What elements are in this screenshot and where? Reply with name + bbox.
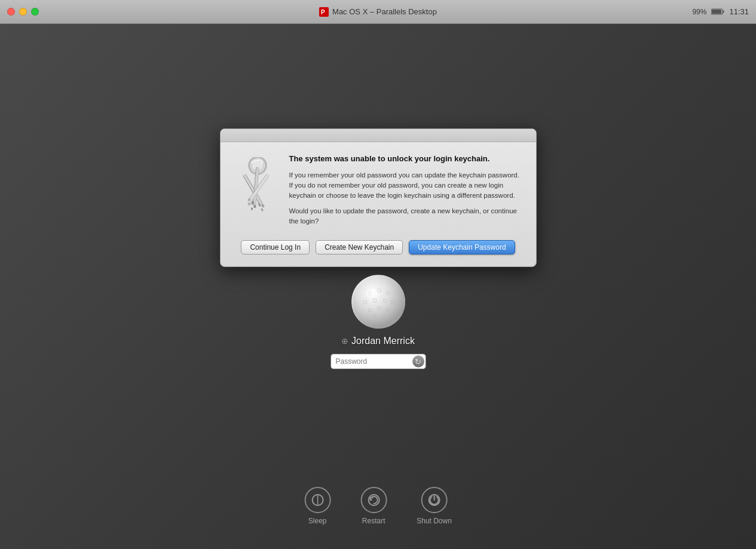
user-name-label: ⊕ Jordan Merrick [341, 336, 415, 346]
keychain-dialog: The system was unable to unlock your log… [220, 128, 537, 267]
create-keychain-button[interactable]: Create New Keychain [316, 240, 403, 254]
login-area: ⊕ Jordan Merrick ↻ [330, 275, 426, 369]
window-title: P Mac OS X – Parallels Desktop [319, 7, 437, 17]
shutdown-label: Shut Down [417, 517, 452, 525]
password-wrapper: ↻ [330, 354, 426, 369]
svg-rect-14 [250, 207, 252, 210]
svg-rect-9 [261, 208, 264, 211]
dialog-buttons: Continue Log In Create New Keychain Upda… [221, 231, 536, 266]
spinner-icon: ↻ [415, 357, 421, 366]
svg-rect-4 [723, 11, 724, 13]
minimize-button[interactable] [19, 8, 27, 16]
keychain-image [235, 157, 278, 220]
user-avatar [351, 275, 405, 329]
shutdown-button[interactable]: Shut Down [417, 487, 452, 525]
svg-rect-13 [253, 205, 256, 208]
battery-percent: 99% [692, 8, 706, 16]
sleep-button[interactable]: Sleep [304, 487, 330, 525]
parallels-icon: P [319, 7, 329, 17]
update-keychain-button[interactable]: Update Keychain Password [409, 240, 515, 254]
continue-login-button[interactable]: Continue Log In [241, 240, 310, 254]
svg-rect-12 [251, 201, 254, 204]
user-icon: ⊕ [341, 336, 348, 346]
dialog-body-1: If you remember your old password you ca… [289, 170, 524, 201]
battery-icon [711, 8, 724, 15]
keys-icon [232, 154, 280, 220]
dialog-body-2: Would you like to update the password, c… [289, 206, 524, 227]
svg-rect-3 [712, 10, 721, 14]
sleep-label: Sleep [308, 517, 327, 525]
dialog-content: The system was unable to unlock your log… [221, 142, 536, 231]
dialog-title: The system was unable to unlock your log… [289, 154, 524, 164]
sleep-icon [304, 487, 330, 513]
shutdown-icon [421, 487, 447, 513]
dialog-text-area: The system was unable to unlock your log… [289, 154, 524, 231]
dialog-titlebar [221, 129, 536, 142]
restart-button[interactable]: Restart [360, 487, 387, 525]
username-text: Jordan Merrick [351, 336, 415, 346]
bottom-controls: Sleep Restart Shut [304, 487, 452, 525]
restart-label: Restart [362, 517, 385, 525]
password-submit-button[interactable]: ↻ [412, 355, 424, 367]
clock: 11:31 [729, 7, 749, 16]
restart-icon [360, 487, 387, 513]
svg-text:P: P [321, 9, 325, 16]
window-controls [7, 8, 39, 16]
title-bar: P Mac OS X – Parallels Desktop 99% 11:31 [0, 0, 756, 24]
close-button[interactable] [7, 8, 15, 16]
desktop: The system was unable to unlock your log… [0, 24, 756, 549]
svg-point-31 [366, 289, 378, 297]
menu-bar-right: 99% 11:31 [692, 7, 749, 16]
maximize-button[interactable] [31, 8, 39, 16]
svg-point-18 [353, 276, 405, 329]
password-input[interactable] [330, 354, 426, 369]
